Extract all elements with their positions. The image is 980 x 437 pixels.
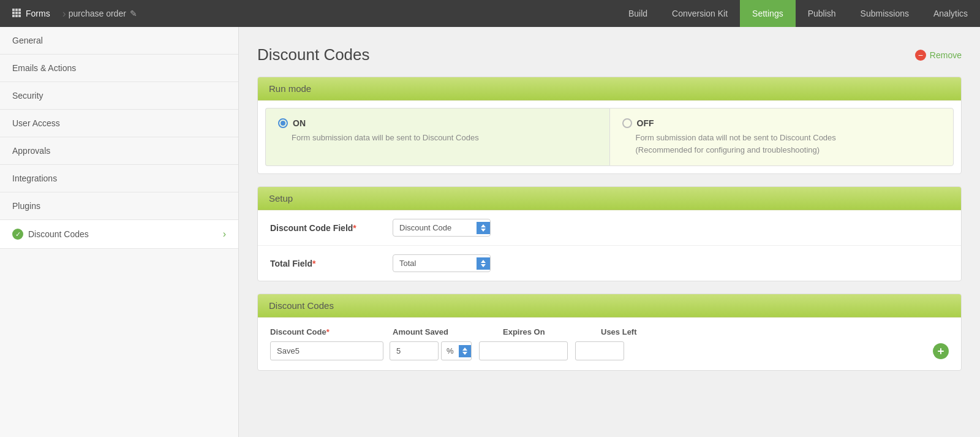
- svg-rect-8: [18, 15, 21, 17]
- col-header-code: Discount Code*: [270, 327, 393, 336]
- tab-submissions[interactable]: Submissions: [848, 0, 921, 27]
- sidebar-item-plugins[interactable]: Plugins: [0, 192, 238, 220]
- total-field-label: Total Field*: [270, 259, 393, 268]
- total-required-star: *: [312, 259, 315, 268]
- on-radio[interactable]: [278, 118, 288, 128]
- run-mode-on-option[interactable]: ON Form submission data will be sent to …: [265, 108, 609, 166]
- remove-icon: −: [915, 50, 926, 61]
- run-mode-options: ON Form submission data will be sent to …: [265, 108, 954, 166]
- svg-rect-3: [12, 12, 15, 14]
- discount-code-select-value: Discount Code: [393, 219, 477, 236]
- svg-rect-2: [18, 9, 21, 11]
- main-content: Discount Codes − Remove Run mode ON Form…: [239, 27, 980, 437]
- remove-label: Remove: [930, 50, 962, 60]
- percent-arrow-down: [462, 352, 467, 355]
- table-row: %: [270, 341, 949, 360]
- sidebar-item-approvals[interactable]: Approvals: [0, 137, 238, 165]
- expires-input[interactable]: [479, 341, 568, 360]
- remove-button[interactable]: − Remove: [915, 50, 962, 61]
- form-title-text: purchase order: [69, 9, 126, 18]
- off-radio[interactable]: [622, 118, 632, 128]
- amount-input[interactable]: [390, 341, 439, 360]
- page-header: Discount Codes − Remove: [257, 45, 962, 64]
- run-mode-panel: Run mode ON Form submission data will be…: [257, 77, 962, 174]
- setup-panel: Setup Discount Code Field* Discount Code: [257, 186, 962, 281]
- svg-rect-6: [12, 15, 15, 17]
- arrow-down-icon: [481, 229, 486, 232]
- percent-label: %: [442, 342, 459, 360]
- add-row-button[interactable]: [933, 343, 949, 359]
- percent-arrows[interactable]: [459, 345, 471, 357]
- tab-conversion-kit[interactable]: Conversion Kit: [660, 0, 740, 27]
- off-description: Form submission data will not be sent to…: [622, 132, 941, 156]
- sidebar-item-general[interactable]: General: [0, 27, 238, 55]
- uses-input[interactable]: [575, 341, 624, 360]
- brand-label: Forms: [26, 9, 50, 18]
- svg-rect-7: [15, 15, 18, 17]
- edit-icon[interactable]: ✎: [130, 9, 137, 18]
- sidebar-item-security[interactable]: Security: [0, 82, 238, 110]
- svg-rect-10: [938, 351, 944, 352]
- discount-code-select-arrows[interactable]: [477, 222, 490, 234]
- tab-publish[interactable]: Publish: [796, 0, 848, 27]
- col-header-uses: Uses Left: [601, 327, 674, 336]
- percent-arrow-up: [462, 348, 467, 351]
- off-label: OFF: [637, 118, 654, 128]
- sidebar-item-discount-codes[interactable]: ✓ Discount Codes ›: [0, 220, 238, 249]
- top-navigation: Forms › purchase order ✎ Build Conversio…: [0, 0, 980, 27]
- brand-logo[interactable]: Forms: [7, 9, 60, 19]
- chevron-right-icon: ›: [223, 229, 226, 240]
- run-mode-off-option[interactable]: OFF Form submission data will not be sen…: [609, 108, 954, 166]
- discount-code-field-label: Discount Code Field*: [270, 223, 393, 233]
- svg-rect-5: [18, 12, 21, 14]
- required-star: *: [353, 223, 356, 233]
- table-header-row: Discount Code* Amount Saved Expires On U…: [270, 327, 949, 336]
- sidebar-item-integrations[interactable]: Integrations: [0, 165, 238, 192]
- code-input[interactable]: [270, 341, 383, 360]
- total-select-value: Total: [393, 255, 477, 272]
- svg-rect-0: [12, 9, 15, 11]
- discount-codes-header: Discount Codes: [258, 294, 961, 317]
- discount-codes-panel: Discount Codes Discount Code* Amount Sav…: [257, 294, 962, 371]
- total-arrow-up-icon: [481, 260, 486, 263]
- tab-analytics[interactable]: Analytics: [921, 0, 980, 27]
- sidebar-item-user-access[interactable]: User Access: [0, 110, 238, 137]
- total-select[interactable]: Total: [393, 254, 491, 272]
- active-check-icon: ✓: [12, 229, 23, 240]
- discount-codes-table: Discount Code* Amount Saved Expires On U…: [258, 317, 961, 370]
- percent-type-select[interactable]: %: [441, 341, 472, 360]
- run-mode-header: Run mode: [258, 77, 961, 101]
- nav-divider: ›: [62, 7, 66, 20]
- arrow-up-icon: [481, 224, 486, 227]
- tab-settings[interactable]: Settings: [740, 0, 796, 27]
- discount-code-field-row: Discount Code Field* Discount Code: [258, 210, 961, 246]
- setup-header: Setup: [258, 187, 961, 210]
- sidebar: General Emails & Actions Security User A…: [0, 27, 239, 437]
- on-label: ON: [293, 118, 306, 128]
- page-title: Discount Codes: [257, 45, 370, 64]
- col-header-expires: Expires On: [503, 327, 601, 336]
- svg-rect-1: [15, 9, 18, 11]
- sidebar-item-emails-actions[interactable]: Emails & Actions: [0, 55, 238, 82]
- on-description: Form submission data will be sent to Dis…: [278, 132, 597, 144]
- page-layout: General Emails & Actions Security User A…: [0, 27, 980, 437]
- col-header-amount: Amount Saved: [393, 327, 503, 336]
- svg-rect-4: [15, 12, 18, 14]
- total-select-arrows[interactable]: [477, 257, 490, 270]
- main-nav-tabs: Build Conversion Kit Settings Publish Su…: [616, 0, 980, 27]
- sidebar-item-discount-codes-label: Discount Codes: [28, 229, 89, 239]
- total-field-row: Total Field* Total: [258, 246, 961, 281]
- grid-icon: [12, 9, 21, 19]
- form-title-area: purchase order ✎: [69, 9, 137, 18]
- tab-build[interactable]: Build: [616, 0, 660, 27]
- total-arrow-down-icon: [481, 264, 486, 267]
- discount-code-select[interactable]: Discount Code: [393, 219, 491, 237]
